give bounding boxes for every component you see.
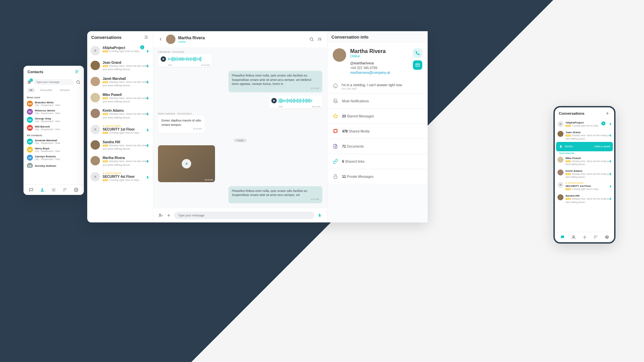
- svg-rect-25: [610, 123, 611, 125]
- group-icon: ⊞: [557, 121, 564, 127]
- svg-rect-16: [147, 176, 148, 178]
- profile-phone: +44 322 345 6789: [350, 66, 409, 70]
- conversation-item[interactable]: ⊞ #20191104007SECURITY 4st FloorOraComin…: [87, 169, 153, 185]
- filter-icon[interactable]: [27, 80, 32, 85]
- svg-point-0: [76, 70, 77, 72]
- conversation-item[interactable]: Kevin AdamsOraAlready here. Send me the …: [555, 168, 614, 180]
- back-icon[interactable]: [158, 37, 163, 42]
- private-messages[interactable]: 11 Private Messages: [327, 169, 428, 184]
- avatar: CR: [27, 155, 33, 161]
- mute-notifications[interactable]: Mute Notifications: [327, 93, 428, 108]
- call-button[interactable]: [413, 48, 422, 58]
- contact-item[interactable]: RJ Rebecca JamesCity - Department - Role: [23, 108, 84, 116]
- shared-links[interactable]: 6 Sharerd links: [327, 154, 428, 169]
- all-contacts-label: All contacts: [23, 132, 84, 138]
- recording-item[interactable]: 00:01s‹ Slide to cancel: [556, 142, 613, 151]
- tab-favourites[interactable]: Favourites: [37, 88, 55, 93]
- message-bubble: Phasellus finibus enim nulla, quis ornar…: [228, 186, 322, 204]
- conversation-item[interactable]: Sandra HillOraAlready here. Send me the …: [555, 193, 614, 205]
- group-icon: ⊞: [91, 125, 100, 134]
- avatar: AM: [27, 139, 33, 145]
- svg-point-18: [159, 214, 161, 215]
- conversation-item[interactable]: ⊞ #20191104001SECURITY 1st FloorOraComin…: [87, 122, 153, 137]
- status-message: I'm in a meeting. I can't answer right n…: [327, 80, 428, 93]
- nav-contacts-icon[interactable]: [40, 188, 45, 192]
- search-input[interactable]: [34, 79, 74, 85]
- emoji-icon[interactable]: [158, 213, 163, 218]
- conversation-item[interactable]: Mike PowellOraAlready here. Send me the …: [555, 155, 614, 168]
- contact-item[interactable]: BW Brandon WellsCity - Department - Role: [23, 100, 84, 108]
- chat-filter-icon[interactable]: [317, 37, 322, 42]
- contact-item[interactable]: GG George GrayCity - Department - Role: [23, 116, 84, 124]
- contacts-bottom-nav: [23, 185, 84, 195]
- waveform[interactable]: [279, 98, 320, 104]
- attach-icon[interactable]: [166, 213, 171, 218]
- starred-messages[interactable]: 23 Starred Messages: [327, 108, 428, 123]
- conversation-item[interactable]: Sandra HillOraAlready here. Send me the …: [87, 138, 153, 154]
- contact-item[interactable]: DS Dorothy Sullivan: [23, 162, 84, 168]
- svg-rect-27: [560, 145, 561, 147]
- conversation-item[interactable]: Kevin AdamsOraAlready here. Send me the …: [87, 106, 153, 122]
- contact-item[interactable]: CR Carolyn RobertsCity - Department - Ro…: [23, 154, 84, 162]
- add-contact-icon[interactable]: [74, 69, 80, 74]
- tab-all[interactable]: All: [27, 88, 35, 93]
- profile-email[interactable]: martharivera@company.uk: [350, 71, 409, 74]
- profile-handle: @martharivera: [350, 61, 409, 65]
- svg-rect-10: [147, 81, 148, 83]
- profile-avatar[interactable]: [333, 48, 346, 62]
- nav-gear-icon[interactable]: [74, 188, 78, 192]
- nav-gear-icon[interactable]: [604, 235, 609, 240]
- conversation-item[interactable]: Joan GrandOraAlready here. Send me the e…: [555, 129, 614, 142]
- play-video-icon[interactable]: [182, 159, 191, 168]
- conversation-item[interactable]: Joan GrandOraAlready here. Send me the e…: [87, 58, 153, 74]
- contact-item[interactable]: AM Amanda MarshallCity - Department - Ro…: [23, 138, 84, 146]
- nav-contacts-icon[interactable]: [571, 235, 576, 240]
- email-button[interactable]: [413, 60, 422, 70]
- avatar: DS: [27, 163, 33, 168]
- shared-media[interactable]: 478 Shared Media: [327, 123, 428, 139]
- avatar: BW: [27, 101, 33, 107]
- chat-status: Online: [178, 40, 306, 43]
- documents[interactable]: 71 Documents: [327, 139, 428, 154]
- search-chat-icon[interactable]: [309, 37, 314, 42]
- conversation-info-panel: Conversation info Martha Rivera Online @…: [327, 31, 428, 222]
- nav-chat-icon[interactable]: [29, 188, 34, 192]
- author-label: Luke Brown · Neurologist: [158, 51, 322, 53]
- contact-item[interactable]: HB Harry BoydCity - Department - Role: [23, 146, 84, 154]
- date-separator: Today: [158, 137, 322, 143]
- conversation-item[interactable]: Janet MarshallOraAlready here. Send me t…: [87, 74, 153, 90]
- nav-settings-icon[interactable]: [582, 235, 587, 240]
- mic-icon[interactable]: [317, 213, 322, 218]
- tab-recents[interactable]: Recents: [57, 88, 72, 93]
- svg-rect-11: [147, 97, 148, 99]
- chat-avatar[interactable]: [166, 35, 175, 44]
- add-icon[interactable]: [605, 111, 610, 116]
- nav-sort-icon[interactable]: [63, 188, 67, 192]
- svg-rect-28: [610, 160, 611, 162]
- document-icon: [333, 144, 338, 149]
- menu-icon[interactable]: [144, 35, 149, 40]
- group-icon: ⊞: [91, 46, 100, 55]
- conversation-item[interactable]: ⊞ #AlphaProjectOraComing right now to he…: [555, 119, 614, 129]
- conversation-item[interactable]: ⊞ #20191104001SECURITY 1st FloorOraComin…: [555, 180, 614, 193]
- mic-icon: [559, 145, 563, 149]
- waveform[interactable]: [168, 56, 209, 62]
- conversation-item[interactable]: Martha RiveraOraAlready here. Send me th…: [87, 153, 153, 169]
- svg-rect-12: [147, 113, 148, 115]
- mobile-bottom-nav: [555, 232, 614, 242]
- conversation-item[interactable]: Mike PowellOraAlready here. Send me the …: [87, 90, 153, 106]
- message-input[interactable]: [174, 212, 314, 219]
- nav-settings-icon[interactable]: [51, 188, 56, 192]
- audio-message: ▶ 0:00 10:10 AM: [158, 54, 212, 67]
- avatar: [91, 77, 100, 86]
- contacts-panel: Contacts All Favourites Recents Most use…: [23, 66, 84, 195]
- nav-chat-icon[interactable]: [560, 235, 565, 240]
- search-icon[interactable]: [76, 80, 81, 85]
- nav-sort-icon[interactable]: [593, 235, 598, 240]
- svg-rect-24: [334, 176, 337, 178]
- play-icon[interactable]: ▶: [161, 56, 166, 62]
- contact-item[interactable]: WB Will BarnettCity - Department - Role: [23, 124, 84, 132]
- avatar: RJ: [27, 109, 33, 115]
- conversation-item[interactable]: ⊞ #AlphaProjectOraComing right now to he…: [87, 43, 153, 58]
- play-icon[interactable]: ▶: [271, 98, 277, 103]
